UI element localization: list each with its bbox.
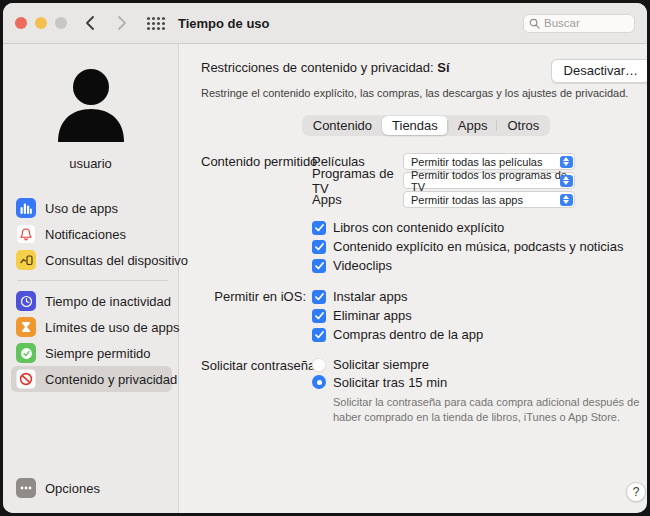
screen-time-window: Tiempo de uso Buscar usuario [3,3,647,513]
sidebar-item-label: Límites de uso de apps [45,320,179,335]
checkbox-label: Instalar apps [333,289,407,304]
sidebar-item-app-limits[interactable]: Límites de uso de apps [11,314,172,340]
sidebar-list: Uso de apps Notificaciones Consultas del… [3,195,178,392]
apps-dropdown-value: Permitir todas las apps [411,194,523,206]
content-pane: Restricciones de contenido y privacidad:… [179,44,647,513]
tab-contenido[interactable]: Contenido [303,116,382,135]
checkbox-in-app-purchases[interactable] [312,328,326,342]
sidebar-divider [17,280,168,281]
title-bar: Tiempo de uso Buscar [3,3,647,44]
bar-chart-icon [16,198,36,218]
movies-dropdown[interactable]: Permitir todas las películas [403,153,575,170]
tab-bar: Contenido Tiendas Apps Otros [302,115,551,136]
sidebar-item-label: Siempre permitido [45,346,151,361]
sidebar-item-always-allowed[interactable]: Siempre permitido [11,340,172,366]
radio-label: Solicitar tras 15 min [333,375,447,390]
forward-icon[interactable] [117,16,127,30]
sidebar: usuario Uso de apps Notificaciones [3,44,179,513]
tab-apps[interactable]: Apps [448,116,498,135]
device-pickups-icon [16,250,36,270]
sidebar-item-downtime[interactable]: Tiempo de inactividad [11,288,172,314]
user-section: usuario [3,66,178,171]
checkbox-label: Compras dentro de la app [333,327,483,342]
sidebar-item-label: Notificaciones [45,227,126,242]
checkbox-label: Eliminar apps [333,308,412,323]
user-name: usuario [69,156,112,171]
stepper-arrows-icon [560,175,573,187]
nav-buttons [85,16,127,30]
tv-shows-label: Programas de TV [312,166,403,196]
require-password-label: Solicitar contraseña: [201,356,312,375]
restrictions-status-value: Sí [437,60,449,75]
radio-always-require[interactable] [312,358,326,372]
sidebar-item-label: Contenido y privacidad [45,372,177,387]
sidebar-item-options[interactable]: Opciones [3,478,178,513]
checkbox-label: Contenido explícito en música, podcasts … [333,239,624,254]
allowed-check-icon [16,343,36,363]
deactivate-button[interactable]: Desactivar… [551,59,647,83]
tv-shows-dropdown-value: Permitir todos los programas de TV [411,169,574,193]
prohibition-icon [16,369,36,389]
password-helper-text: Solicitar la contraseña para cada compra… [333,395,647,424]
restrictions-subtitle: Restringe el contenido explícito, las co… [201,87,647,99]
checkbox-install-apps[interactable] [312,290,326,304]
minimize-button[interactable] [35,17,47,29]
movies-dropdown-value: Permitir todas las películas [411,156,542,168]
sidebar-item-content-privacy[interactable]: Contenido y privacidad [11,366,172,392]
allow-ios-label: Permitir en iOS: [201,287,312,306]
tv-shows-dropdown[interactable]: Permitir todos los programas de TV [403,172,575,189]
zoom-button-disabled [55,17,67,29]
show-all-grid-icon[interactable] [147,17,165,30]
tab-tiendas[interactable]: Tiendas [382,116,448,135]
checkbox-label: Videoclips [333,258,392,273]
checkbox-label: Libros con contenido explícito [333,220,504,235]
traffic-lights [15,17,67,29]
checkbox-music-videos[interactable] [312,259,326,273]
stepper-arrows-icon [560,156,573,168]
hourglass-icon [16,317,36,337]
sidebar-item-pickups[interactable]: Consultas del dispositivo [11,247,172,273]
radio-label: Solicitar siempre [333,357,429,372]
sidebar-item-label: Uso de apps [45,201,118,216]
sidebar-item-label: Tiempo de inactividad [45,294,171,309]
sidebar-item-app-usage[interactable]: Uso de apps [11,195,172,221]
close-button[interactable] [15,17,27,29]
apps-label: Apps [312,192,403,207]
search-icon [529,18,540,29]
options-label: Opciones [45,481,100,496]
checkbox-explicit-music[interactable] [312,240,326,254]
radio-require-after-15[interactable] [312,375,326,389]
back-icon[interactable] [85,16,95,30]
help-button[interactable]: ? [626,482,646,502]
stepper-arrows-icon [560,194,573,206]
search-placeholder: Buscar [544,17,580,29]
apps-dropdown[interactable]: Permitir todas las apps [403,191,575,208]
checkbox-delete-apps[interactable] [312,309,326,323]
ellipsis-icon [16,478,36,498]
checkbox-explicit-books[interactable] [312,221,326,235]
avatar [48,66,134,148]
allowed-content-label: Contenido permitido: [201,152,312,171]
window-title: Tiempo de uso [178,16,270,31]
tab-otros[interactable]: Otros [497,116,549,135]
sidebar-item-notifications[interactable]: Notificaciones [11,221,172,247]
sidebar-item-label: Consultas del dispositivo [45,253,188,268]
downtime-clock-icon [16,291,36,311]
bell-icon [16,224,36,244]
search-field[interactable]: Buscar [523,14,635,33]
restrictions-status-text: Restricciones de contenido y privacidad:… [201,59,450,76]
